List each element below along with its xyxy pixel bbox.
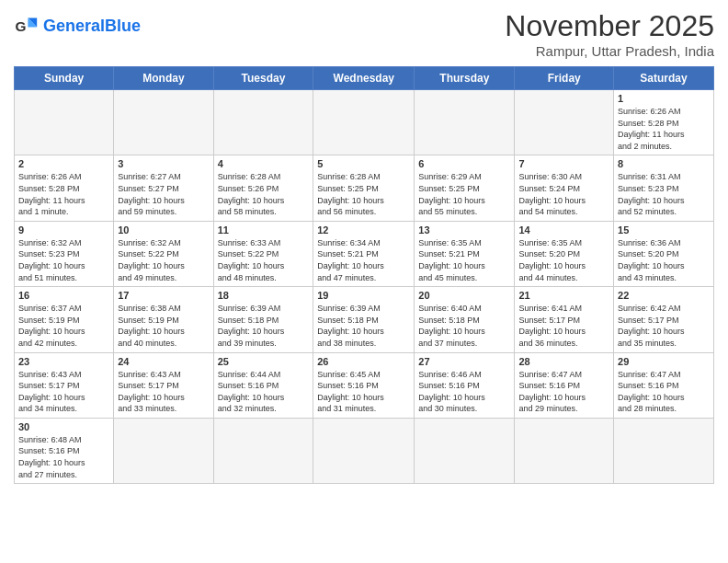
day-info: Sunrise: 6:29 AM Sunset: 5:25 PM Dayligh… — [418, 171, 510, 217]
day-cell: 21Sunrise: 6:41 AM Sunset: 5:17 PM Dayli… — [515, 287, 614, 352]
day-number: 29 — [618, 356, 710, 367]
month-year: November 2025 — [505, 9, 714, 43]
day-number: 6 — [418, 158, 510, 169]
day-number: 5 — [317, 158, 410, 169]
day-cell: 20Sunrise: 6:40 AM Sunset: 5:18 PM Dayli… — [415, 287, 515, 352]
day-info: Sunrise: 6:31 AM Sunset: 5:23 PM Dayligh… — [618, 171, 710, 217]
week-row-3: 9Sunrise: 6:32 AM Sunset: 5:23 PM Daylig… — [15, 221, 714, 286]
day-info: Sunrise: 6:37 AM Sunset: 5:19 PM Dayligh… — [18, 303, 109, 349]
day-cell: 14Sunrise: 6:35 AM Sunset: 5:20 PM Dayli… — [515, 221, 614, 286]
logo-general: General — [43, 17, 105, 35]
day-number: 30 — [18, 421, 109, 432]
day-cell — [313, 418, 415, 483]
week-row-6: 30Sunrise: 6:48 AM Sunset: 5:16 PM Dayli… — [15, 418, 714, 483]
day-info: Sunrise: 6:33 AM Sunset: 5:22 PM Dayligh… — [218, 237, 310, 283]
calendar: SundayMondayTuesdayWednesdayThursdayFrid… — [14, 66, 714, 484]
day-cell: 4Sunrise: 6:28 AM Sunset: 5:26 PM Daylig… — [213, 155, 313, 221]
day-info: Sunrise: 6:28 AM Sunset: 5:26 PM Dayligh… — [218, 171, 310, 217]
day-cell: 16Sunrise: 6:37 AM Sunset: 5:19 PM Dayli… — [15, 287, 114, 352]
day-header-wednesday: Wednesday — [313, 67, 415, 90]
page: G GeneralBlue November 2025 Rampur, Utta… — [0, 0, 728, 563]
day-number: 17 — [118, 290, 209, 301]
day-cell — [213, 90, 313, 155]
day-cell: 8Sunrise: 6:31 AM Sunset: 5:23 PM Daylig… — [614, 155, 714, 221]
week-row-5: 23Sunrise: 6:43 AM Sunset: 5:17 PM Dayli… — [15, 352, 714, 418]
day-cell: 24Sunrise: 6:43 AM Sunset: 5:17 PM Dayli… — [114, 352, 213, 418]
day-info: Sunrise: 6:40 AM Sunset: 5:18 PM Dayligh… — [418, 303, 510, 349]
day-number: 28 — [518, 356, 609, 367]
day-info: Sunrise: 6:35 AM Sunset: 5:20 PM Dayligh… — [518, 237, 609, 283]
day-info: Sunrise: 6:39 AM Sunset: 5:18 PM Dayligh… — [218, 303, 310, 349]
day-number: 11 — [218, 224, 310, 236]
day-info: Sunrise: 6:27 AM Sunset: 5:27 PM Dayligh… — [118, 171, 209, 217]
day-info: Sunrise: 6:36 AM Sunset: 5:20 PM Dayligh… — [618, 237, 710, 283]
day-number: 15 — [618, 224, 710, 236]
title-block: November 2025 Rampur, Uttar Pradesh, Ind… — [505, 9, 714, 59]
day-header-sunday: Sunday — [15, 67, 114, 90]
day-cell — [515, 418, 614, 483]
day-info: Sunrise: 6:41 AM Sunset: 5:17 PM Dayligh… — [518, 303, 609, 349]
day-cell: 11Sunrise: 6:33 AM Sunset: 5:22 PM Dayli… — [213, 221, 313, 286]
day-number: 7 — [518, 158, 609, 169]
day-cell — [515, 90, 614, 155]
day-header-thursday: Thursday — [415, 67, 515, 90]
day-number: 8 — [618, 158, 710, 169]
day-cell: 5Sunrise: 6:28 AM Sunset: 5:25 PM Daylig… — [313, 155, 415, 221]
day-cell: 23Sunrise: 6:43 AM Sunset: 5:17 PM Dayli… — [15, 352, 114, 418]
day-cell: 25Sunrise: 6:44 AM Sunset: 5:16 PM Dayli… — [213, 352, 313, 418]
day-cell: 15Sunrise: 6:36 AM Sunset: 5:20 PM Dayli… — [614, 221, 714, 286]
day-number: 18 — [218, 290, 310, 301]
day-number: 25 — [218, 356, 310, 367]
day-cell: 12Sunrise: 6:34 AM Sunset: 5:21 PM Dayli… — [313, 221, 415, 286]
day-header-saturday: Saturday — [614, 67, 714, 90]
day-cell: 2Sunrise: 6:26 AM Sunset: 5:28 PM Daylig… — [15, 155, 114, 221]
day-number: 13 — [418, 224, 510, 236]
logo: G GeneralBlue — [14, 9, 141, 39]
day-header-friday: Friday — [515, 67, 614, 90]
day-cell — [415, 418, 515, 483]
day-info: Sunrise: 6:46 AM Sunset: 5:16 PM Dayligh… — [418, 369, 510, 415]
day-cell: 10Sunrise: 6:32 AM Sunset: 5:22 PM Dayli… — [114, 221, 213, 286]
week-row-4: 16Sunrise: 6:37 AM Sunset: 5:19 PM Dayli… — [15, 287, 714, 352]
day-cell — [313, 90, 415, 155]
day-number: 22 — [618, 290, 710, 301]
day-number: 21 — [518, 290, 609, 301]
day-number: 24 — [118, 356, 209, 367]
day-info: Sunrise: 6:38 AM Sunset: 5:19 PM Dayligh… — [118, 303, 209, 349]
day-cell — [213, 418, 313, 483]
day-info: Sunrise: 6:47 AM Sunset: 5:16 PM Dayligh… — [518, 369, 609, 415]
day-cell: 29Sunrise: 6:47 AM Sunset: 5:16 PM Dayli… — [614, 352, 714, 418]
day-number: 14 — [518, 224, 609, 236]
day-number: 19 — [317, 290, 410, 301]
day-number: 10 — [118, 224, 209, 236]
day-info: Sunrise: 6:30 AM Sunset: 5:24 PM Dayligh… — [518, 171, 609, 217]
day-info: Sunrise: 6:32 AM Sunset: 5:22 PM Dayligh… — [118, 237, 209, 283]
day-cell — [114, 418, 213, 483]
day-number: 9 — [18, 224, 109, 236]
day-info: Sunrise: 6:45 AM Sunset: 5:16 PM Dayligh… — [317, 369, 410, 415]
day-info: Sunrise: 6:42 AM Sunset: 5:17 PM Dayligh… — [618, 303, 710, 349]
day-header-monday: Monday — [114, 67, 213, 90]
day-info: Sunrise: 6:32 AM Sunset: 5:23 PM Dayligh… — [18, 237, 109, 283]
day-header-tuesday: Tuesday — [213, 67, 313, 90]
day-number: 1 — [618, 93, 710, 104]
day-cell: 18Sunrise: 6:39 AM Sunset: 5:18 PM Dayli… — [213, 287, 313, 352]
day-info: Sunrise: 6:43 AM Sunset: 5:17 PM Dayligh… — [118, 369, 209, 415]
location: Rampur, Uttar Pradesh, India — [505, 43, 714, 59]
day-number: 3 — [118, 158, 209, 169]
day-cell: 19Sunrise: 6:39 AM Sunset: 5:18 PM Dayli… — [313, 287, 415, 352]
day-info: Sunrise: 6:44 AM Sunset: 5:16 PM Dayligh… — [218, 369, 310, 415]
day-cell: 26Sunrise: 6:45 AM Sunset: 5:16 PM Dayli… — [313, 352, 415, 418]
day-info: Sunrise: 6:48 AM Sunset: 5:16 PM Dayligh… — [18, 434, 109, 480]
day-cell: 3Sunrise: 6:27 AM Sunset: 5:27 PM Daylig… — [114, 155, 213, 221]
days-header-row: SundayMondayTuesdayWednesdayThursdayFrid… — [15, 67, 714, 90]
day-cell: 27Sunrise: 6:46 AM Sunset: 5:16 PM Dayli… — [415, 352, 515, 418]
day-cell: 9Sunrise: 6:32 AM Sunset: 5:23 PM Daylig… — [15, 221, 114, 286]
day-cell: 28Sunrise: 6:47 AM Sunset: 5:16 PM Dayli… — [515, 352, 614, 418]
header: G GeneralBlue November 2025 Rampur, Utta… — [14, 9, 714, 59]
day-number: 26 — [317, 356, 410, 367]
day-number: 16 — [18, 290, 109, 301]
day-info: Sunrise: 6:47 AM Sunset: 5:16 PM Dayligh… — [618, 369, 710, 415]
week-row-2: 2Sunrise: 6:26 AM Sunset: 5:28 PM Daylig… — [15, 155, 714, 221]
day-number: 23 — [18, 356, 109, 367]
